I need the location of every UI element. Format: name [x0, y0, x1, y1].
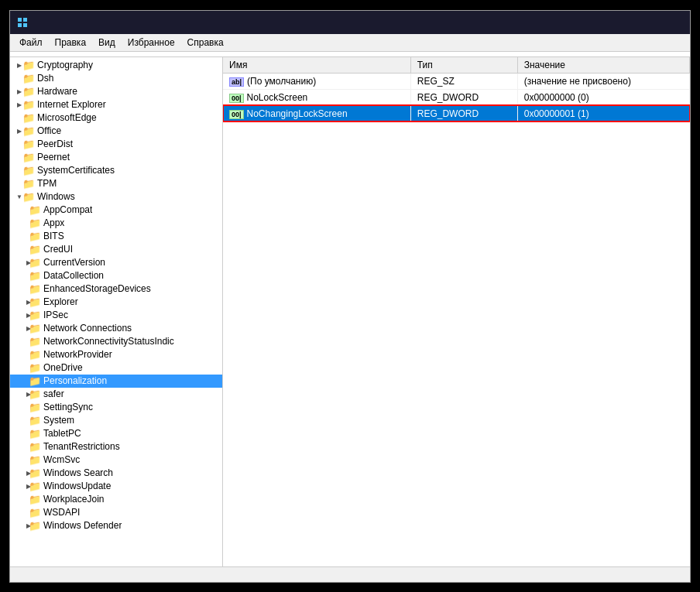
tree-item[interactable]: 📁TenantRestrictions [10, 440, 222, 453]
reg-type-icon: 00| [229, 110, 244, 119]
tree-item[interactable]: 📁OneDrive [10, 361, 222, 375]
folder-icon: 📁 [29, 323, 41, 334]
tree-item[interactable]: 📁Personalization [10, 375, 222, 388]
expand-icon[interactable]: ▼ [10, 193, 22, 200]
values-table: Имя Тип Значение ab|(По умолчанию)REG_SZ… [223, 57, 690, 122]
tree-item[interactable]: 📁WcmSvc [10, 453, 222, 467]
tree-item[interactable]: 📁MicrosoftEdge [10, 111, 222, 125]
tree-item[interactable]: ▶📁Cryptography [10, 59, 222, 72]
svg-rect-0 [18, 18, 22, 22]
reg-value: 0x00000000 (0) [517, 89, 689, 105]
table-row[interactable]: ab|(По умолчанию)REG_SZ(значение не прис… [223, 73, 690, 89]
tree-item[interactable]: 📁WorkplaceJoin [10, 493, 222, 506]
tree-label: PeerDist [37, 139, 73, 149]
tree-item[interactable]: ▼📁Windows [10, 190, 222, 204]
expand-icon[interactable]: ▶ [10, 62, 22, 69]
tree-item[interactable]: 📁PeerDist [10, 138, 222, 151]
tree-label: DataCollection [43, 270, 104, 281]
tree-item[interactable]: 📁NetworkProvider [10, 348, 222, 361]
tree-label: Cryptography [37, 60, 93, 70]
tree-item[interactable]: ▶📁IPSec [10, 309, 222, 322]
expand-icon[interactable]: ▶ [10, 325, 29, 332]
expand-icon[interactable]: ▶ [10, 88, 22, 95]
tree-item[interactable]: 📁System [10, 414, 222, 427]
tree-label: Windows Search [43, 467, 113, 478]
tree-item[interactable]: 📁EnhancedStorageDevices [10, 282, 222, 296]
tree-label: NetworkConnectivityStatusIndic [43, 336, 174, 347]
tree-label: EnhancedStorageDevices [43, 283, 151, 294]
expand-icon[interactable]: ▶ [10, 101, 22, 108]
table-row[interactable]: 00|NoLockScreenREG_DWORD0x00000000 (0) [223, 89, 690, 105]
tree-item[interactable]: 📁Dsh [10, 72, 222, 85]
maximize-button[interactable] [639, 14, 661, 31]
folder-icon: 📁 [29, 375, 41, 387]
tree-item[interactable]: 📁TabletPC [10, 427, 222, 440]
tree-item[interactable]: ▶📁safer [10, 388, 222, 401]
tree-item[interactable]: 📁TPM [10, 177, 222, 190]
tree-item[interactable]: 📁Appx [10, 217, 222, 230]
expand-icon[interactable]: ▶ [10, 470, 29, 477]
tree-item[interactable]: 📁SystemCertificates [10, 164, 222, 177]
status-bar [10, 566, 690, 582]
folder-icon: 📁 [29, 349, 41, 361]
tree-item[interactable]: 📁SettingSync [10, 401, 222, 414]
expand-icon[interactable]: ▶ [10, 522, 29, 529]
folder-icon: 📁 [22, 99, 35, 111]
expand-icon[interactable]: ▶ [10, 128, 22, 135]
reg-type: REG_DWORD [410, 105, 517, 121]
folder-icon: 📁 [29, 481, 41, 492]
tree-item[interactable]: ▶📁Network Connections [10, 322, 222, 335]
reg-name: 00|NoLockScreen [223, 89, 410, 105]
folder-icon: 📁 [22, 165, 35, 176]
address-bar [10, 52, 690, 57]
tree-item[interactable]: ▶📁WindowsUpdate [10, 480, 222, 493]
tree-item[interactable]: 📁AppCompat [10, 204, 222, 217]
table-row[interactable]: 00|NoChangingLockScreenREG_DWORD0x000000… [223, 105, 690, 121]
menu-item-правка[interactable]: Правка [49, 36, 93, 50]
tree-item[interactable]: ▶📁Windows Search [10, 467, 222, 480]
reg-name: ab|(По умолчанию) [223, 73, 410, 89]
menu-item-избранное[interactable]: Избранное [122, 36, 181, 50]
folder-icon: 📁 [29, 244, 41, 255]
close-button[interactable] [662, 14, 684, 31]
tree-label: Explorer [43, 296, 78, 307]
reg-name-text: (По умолчанию) [247, 76, 316, 87]
registry-tree[interactable]: ▶📁Cryptography📁Dsh▶📁Hardware▶📁Internet E… [10, 57, 223, 566]
tree-item[interactable]: ▶📁Hardware [10, 85, 222, 98]
tree-item[interactable]: 📁BITS [10, 230, 222, 243]
expand-icon[interactable]: ▶ [10, 259, 29, 266]
tree-item[interactable]: ▶📁Internet Explorer [10, 98, 222, 111]
folder-icon: 📁 [29, 257, 41, 269]
col-value: Значение [517, 57, 689, 74]
expand-icon[interactable]: ▶ [10, 299, 29, 306]
expand-icon[interactable]: ▶ [10, 391, 29, 398]
reg-value: (значение не присвоено) [517, 73, 689, 89]
expand-icon[interactable]: ▶ [10, 483, 29, 490]
tree-item[interactable]: 📁Peernet [10, 151, 222, 164]
minimize-button[interactable] [616, 14, 637, 31]
tree-label: WorkplaceJoin [43, 494, 104, 505]
menu-item-файл[interactable]: Файл [13, 36, 49, 50]
menu-item-вид[interactable]: Вид [92, 36, 122, 50]
folder-icon: 📁 [29, 336, 41, 347]
folder-icon: 📁 [29, 507, 41, 518]
tree-label: Hardware [37, 86, 77, 97]
folder-icon: 📁 [29, 204, 41, 216]
tree-item[interactable]: 📁NetworkConnectivityStatusIndic [10, 335, 222, 348]
tree-item[interactable]: ▶📁Explorer [10, 296, 222, 309]
tree-label: NetworkProvider [43, 349, 112, 360]
menu-item-справка[interactable]: Справка [181, 36, 230, 50]
folder-icon: 📁 [29, 231, 41, 242]
folder-icon: 📁 [29, 467, 41, 479]
tree-item[interactable]: 📁DataCollection [10, 269, 222, 282]
tree-item[interactable]: ▶📁CurrentVersion [10, 256, 222, 269]
tree-item[interactable]: ▶📁Office [10, 125, 222, 138]
expand-icon[interactable]: ▶ [10, 312, 29, 319]
folder-icon: 📁 [29, 520, 41, 532]
tree-item[interactable]: 📁CredUI [10, 243, 222, 256]
main-content: ▶📁Cryptography📁Dsh▶📁Hardware▶📁Internet E… [10, 57, 690, 566]
tree-label: SystemCertificates [37, 165, 115, 176]
tree-item[interactable]: 📁WSDAPI [10, 506, 222, 519]
tree-label: safer [43, 388, 64, 399]
tree-item[interactable]: ▶📁Windows Defender [10, 519, 222, 532]
